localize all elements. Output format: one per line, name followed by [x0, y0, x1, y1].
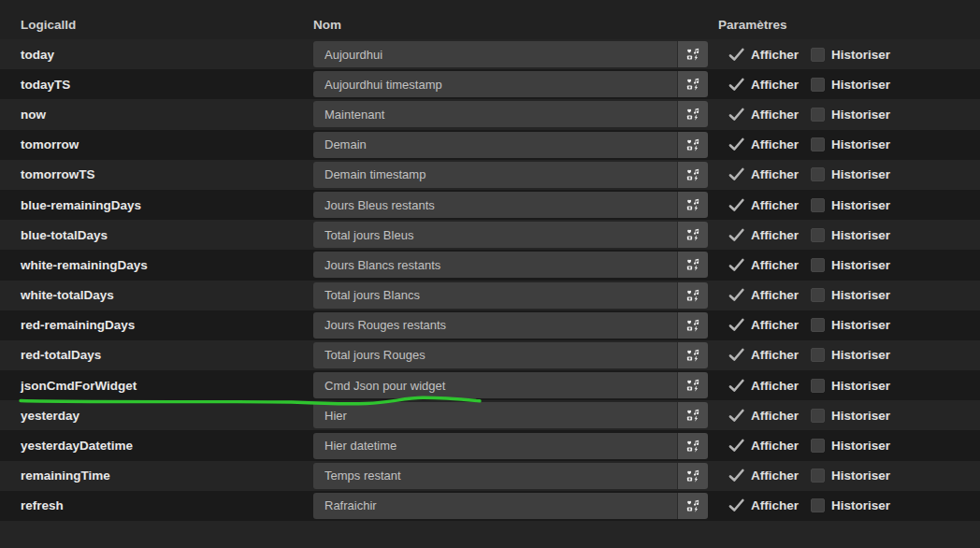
afficher-checkbox[interactable]: Afficher	[728, 409, 799, 423]
table-row: refresh	[0, 491, 980, 521]
unchecked-box	[811, 498, 825, 512]
afficher-checkbox[interactable]: Afficher	[728, 258, 799, 272]
icons-picker-icon	[686, 349, 699, 362]
historiser-label: Historiser	[831, 48, 890, 62]
name-input[interactable]	[313, 192, 677, 218]
table-row: blue-totalDays	[0, 220, 980, 250]
icons-picker-icon	[686, 198, 699, 211]
afficher-checkbox[interactable]: Afficher	[728, 498, 799, 512]
choose-icon-button[interactable]	[677, 433, 708, 459]
name-input[interactable]	[313, 101, 677, 127]
historiser-checkbox[interactable]: Historiser	[811, 48, 890, 62]
unchecked-box	[811, 167, 825, 181]
historiser-checkbox[interactable]: Historiser	[811, 379, 890, 393]
afficher-checkbox[interactable]: Afficher	[728, 379, 799, 393]
choose-icon-button[interactable]	[677, 192, 708, 218]
afficher-checkbox[interactable]: Afficher	[728, 137, 799, 151]
historiser-checkbox[interactable]: Historiser	[811, 348, 890, 362]
historiser-checkbox[interactable]: Historiser	[811, 198, 890, 212]
choose-icon-button[interactable]	[677, 312, 708, 339]
logical-id-label: tomorrow	[0, 137, 313, 151]
name-input[interactable]	[313, 463, 677, 489]
name-input[interactable]	[313, 132, 677, 158]
afficher-label: Afficher	[751, 78, 799, 92]
historiser-label: Historiser	[831, 137, 890, 151]
name-input[interactable]	[313, 252, 677, 278]
afficher-checkbox[interactable]: Afficher	[728, 288, 799, 302]
choose-icon-button[interactable]	[677, 162, 708, 188]
name-cell	[313, 312, 718, 339]
unchecked-box	[811, 228, 825, 242]
logical-id-label: tomorrowTS	[0, 167, 313, 181]
choose-icon-button[interactable]	[677, 342, 708, 368]
choose-icon-button[interactable]	[677, 101, 708, 127]
parameters-cell: Afficher Historiser	[718, 498, 980, 512]
afficher-label: Afficher	[751, 318, 799, 332]
name-input[interactable]	[313, 433, 677, 459]
name-input[interactable]	[313, 222, 677, 248]
table-body: today	[0, 39, 980, 521]
name-input[interactable]	[313, 162, 677, 188]
historiser-checkbox[interactable]: Historiser	[811, 469, 890, 483]
afficher-checkbox[interactable]: Afficher	[728, 439, 799, 453]
name-input[interactable]	[313, 41, 677, 67]
name-input[interactable]	[313, 402, 677, 428]
afficher-checkbox[interactable]: Afficher	[728, 78, 799, 92]
parameters-cell: Afficher Historiser	[718, 167, 980, 181]
table-row: now	[0, 99, 980, 129]
choose-icon-button[interactable]	[677, 493, 708, 519]
historiser-checkbox[interactable]: Historiser	[811, 228, 890, 242]
choose-icon-button[interactable]	[677, 282, 708, 309]
choose-icon-button[interactable]	[677, 402, 708, 428]
historiser-checkbox[interactable]: Historiser	[811, 108, 890, 122]
historiser-checkbox[interactable]: Historiser	[811, 409, 890, 423]
afficher-checkbox[interactable]: Afficher	[728, 198, 799, 212]
historiser-checkbox[interactable]: Historiser	[811, 137, 890, 151]
choose-icon-button[interactable]	[677, 41, 708, 67]
name-input[interactable]	[313, 372, 677, 398]
table-row: tomorrowTS	[0, 160, 980, 190]
icons-picker-icon	[686, 78, 699, 91]
name-input[interactable]	[313, 71, 677, 97]
afficher-label: Afficher	[751, 228, 799, 242]
choose-icon-button[interactable]	[677, 463, 708, 489]
historiser-label: Historiser	[831, 258, 890, 272]
name-input[interactable]	[313, 312, 677, 339]
afficher-checkbox[interactable]: Afficher	[728, 228, 799, 242]
afficher-checkbox[interactable]: Afficher	[728, 469, 799, 483]
historiser-checkbox[interactable]: Historiser	[811, 167, 890, 181]
icons-picker-icon	[686, 289, 699, 302]
historiser-checkbox[interactable]: Historiser	[811, 288, 890, 302]
table-header-row: LogicalId Nom Paramètres	[0, 0, 980, 39]
choose-icon-button[interactable]	[677, 71, 708, 97]
table-row: jsonCmdForWidget	[0, 370, 980, 400]
name-cell	[313, 252, 718, 278]
name-cell	[313, 493, 718, 519]
choose-icon-button[interactable]	[677, 252, 708, 278]
afficher-checkbox[interactable]: Afficher	[728, 167, 799, 181]
afficher-label: Afficher	[751, 379, 799, 393]
historiser-checkbox[interactable]: Historiser	[811, 498, 890, 512]
name-input[interactable]	[313, 282, 677, 309]
afficher-checkbox[interactable]: Afficher	[728, 48, 799, 62]
checkmark-icon	[728, 469, 744, 483]
choose-icon-button[interactable]	[677, 132, 708, 158]
unchecked-box	[811, 318, 825, 332]
historiser-label: Historiser	[831, 318, 890, 332]
column-header-logicalid: LogicalId	[0, 18, 313, 32]
afficher-checkbox[interactable]: Afficher	[728, 108, 799, 122]
table-row: yesterdayDatetime	[0, 430, 980, 460]
historiser-checkbox[interactable]: Historiser	[811, 78, 890, 92]
afficher-checkbox[interactable]: Afficher	[728, 318, 799, 332]
historiser-checkbox[interactable]: Historiser	[811, 439, 890, 453]
choose-icon-button[interactable]	[677, 222, 708, 248]
historiser-checkbox[interactable]: Historiser	[811, 258, 890, 272]
name-input-group	[313, 402, 708, 428]
name-input[interactable]	[313, 342, 677, 368]
unchecked-box	[811, 137, 825, 151]
name-input[interactable]	[313, 493, 677, 519]
name-cell	[313, 282, 718, 309]
choose-icon-button[interactable]	[677, 372, 708, 398]
historiser-checkbox[interactable]: Historiser	[811, 318, 890, 332]
afficher-checkbox[interactable]: Afficher	[728, 348, 799, 362]
